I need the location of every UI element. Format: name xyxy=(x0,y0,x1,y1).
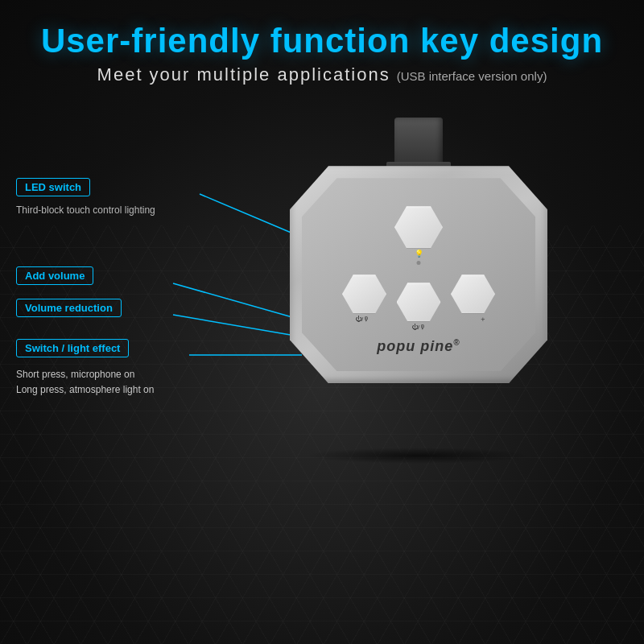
icon-plus-label: + xyxy=(459,316,507,324)
device-product: 💡 ⏻/🎙 ⏻/🎙 + popu pine® xyxy=(258,142,580,464)
callout-led-switch: LED switch xyxy=(16,178,90,196)
subtitle-row: Meet your multiple applications (USB int… xyxy=(16,64,628,85)
switch-light-description: Short press, microphone on Long press, a… xyxy=(16,367,154,398)
product-area: LED switch Third-block touch control lig… xyxy=(0,101,644,560)
icon-switch-label: ⏻/🎙 xyxy=(394,324,443,332)
switch-light-label: Switch / light effect xyxy=(16,339,129,357)
led-switch-description: Third-block touch control lighting xyxy=(16,204,155,216)
brand-logo: popu pine® xyxy=(377,338,460,355)
subtitle-main: Meet your multiple applications xyxy=(97,64,390,85)
led-indicator xyxy=(417,261,421,265)
callout-switch-light: Switch / light effect xyxy=(16,339,129,357)
brand-symbol: ® xyxy=(453,338,460,347)
callout-add-volume: Add volume xyxy=(16,266,93,285)
led-switch-label: LED switch xyxy=(16,178,90,196)
icon-power-mic-label: ⏻/🎙 xyxy=(338,316,386,324)
device-shadow xyxy=(306,448,531,464)
volume-reduction-label: Volume reduction xyxy=(16,299,122,317)
icon-led-label: 💡 xyxy=(415,250,423,258)
brand-name: popu pine xyxy=(377,338,453,354)
subtitle-note: (USB interface version only) xyxy=(397,69,547,83)
usb-cable xyxy=(394,118,443,166)
device-body: 💡 ⏻/🎙 ⏻/🎙 + popu pine® xyxy=(290,166,547,383)
header-section: User-friendly function key design Meet y… xyxy=(0,0,644,93)
main-title: User-friendly function key design xyxy=(16,23,628,60)
add-volume-label: Add volume xyxy=(16,266,93,285)
callout-volume-reduction: Volume reduction xyxy=(16,299,122,317)
